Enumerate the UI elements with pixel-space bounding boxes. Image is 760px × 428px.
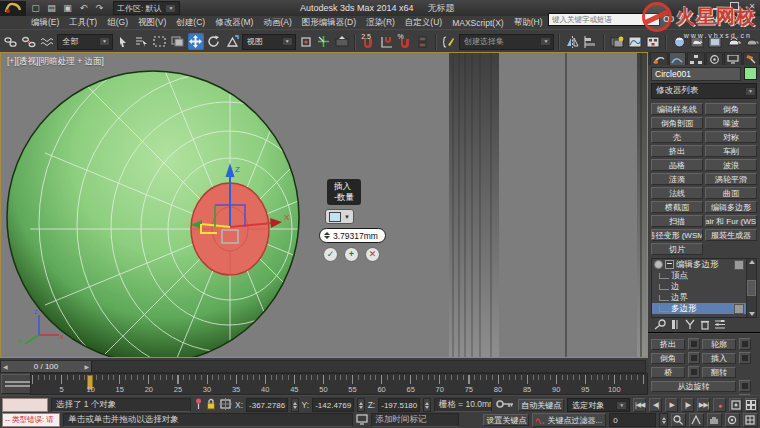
schematic-view-icon[interactable]: [645, 33, 661, 50]
modifier-button[interactable]: 编辑样条线: [651, 103, 703, 115]
scroll-down-icon[interactable]: [749, 312, 755, 316]
next-frame-icon[interactable]: ▶: [84, 363, 89, 370]
set-key-button[interactable]: 设置关键点: [483, 414, 529, 426]
named-selection-sets-dropdown[interactable]: 创建选择集▼: [459, 34, 554, 50]
favorites-star-icon[interactable]: ★: [711, 15, 722, 25]
menu-item[interactable]: 工具(T): [64, 17, 102, 29]
tab-modify-icon[interactable]: [669, 52, 687, 65]
render-iterative-icon[interactable]: [744, 33, 760, 50]
new-file-icon[interactable]: ▢: [29, 3, 42, 14]
modifier-list-dropdown[interactable]: 修改器列表 ▼: [651, 83, 757, 99]
zoom-icon[interactable]: [671, 413, 686, 427]
stack-subobject-row[interactable]: 边: [652, 281, 746, 292]
go-to-end-button[interactable]: ▶▶|: [697, 398, 710, 412]
remove-modifier-icon[interactable]: [700, 319, 710, 332]
menu-item[interactable]: 修改器(M): [210, 17, 258, 29]
edit-poly-button[interactable]: 轮廓: [702, 339, 736, 350]
menu-item[interactable]: 帮助(H): [509, 17, 548, 29]
auto-key-button[interactable]: 自动关键点: [518, 399, 564, 411]
tab-display-icon[interactable]: [724, 52, 742, 65]
modifier-button[interactable]: 编辑多边形: [705, 201, 757, 213]
modifier-button[interactable]: 波浪: [705, 159, 757, 171]
make-unique-icon[interactable]: [684, 319, 696, 332]
key-mode-dropdown[interactable]: 选定对象▼: [567, 398, 630, 412]
play-button[interactable]: ▶: [665, 398, 678, 412]
cursor-icon[interactable]: [695, 14, 706, 26]
settings-box-button[interactable]: [688, 352, 700, 364]
layer-manager-icon[interactable]: [609, 33, 625, 50]
spinner-snap-toggle-icon[interactable]: [415, 33, 431, 50]
menu-item[interactable]: 动画(A): [258, 17, 296, 29]
rectangular-selection-region-icon[interactable]: [151, 33, 167, 50]
window-crossing-toggle-icon[interactable]: [169, 33, 185, 50]
communicate-icon[interactable]: [356, 414, 368, 427]
material-editor-icon[interactable]: [671, 33, 687, 50]
help-icon[interactable]: ?: [727, 15, 738, 26]
unlink-selection-icon[interactable]: [21, 33, 37, 50]
current-frame-field[interactable]: 0: [609, 413, 656, 427]
modifier-button[interactable]: 扫描: [651, 215, 703, 227]
zoom-extents-all-icon[interactable]: [745, 398, 758, 412]
search-input[interactable]: [548, 13, 660, 26]
stack-scrollbar[interactable]: [746, 259, 756, 317]
use-pivot-center-icon[interactable]: [298, 33, 314, 50]
edit-poly-button[interactable]: 倒角: [651, 353, 685, 364]
selection-filter-dropdown[interactable]: 全部▼: [57, 34, 113, 50]
modifier-button[interactable]: 挤出: [651, 145, 703, 157]
edit-poly-button[interactable]: 桥: [651, 367, 685, 378]
macro-recorder-pane[interactable]: [2, 398, 48, 412]
modifier-button[interactable]: 倒角剖面: [651, 117, 703, 129]
settings-box-button[interactable]: [688, 366, 700, 378]
render-setup-icon[interactable]: [689, 33, 705, 50]
collapse-icon[interactable]: [665, 260, 674, 269]
modifier-button[interactable]: 切片: [651, 243, 703, 255]
snap-toggle-2.5d-icon[interactable]: 2.5: [360, 33, 376, 50]
angle-snap-toggle-icon[interactable]: [378, 33, 394, 50]
modifier-button[interactable]: 服装生成器: [705, 229, 757, 241]
insert-amount-field[interactable]: 3.79317mm: [319, 228, 386, 243]
menu-item[interactable]: 组(G): [102, 17, 133, 29]
redo-icon[interactable]: ↷: [93, 3, 106, 14]
bind-to-space-warp-icon[interactable]: [39, 33, 55, 50]
object-color-swatch[interactable]: [744, 67, 757, 80]
maximize-viewport-toggle-icon[interactable]: [743, 413, 758, 427]
z-coord-field[interactable]: -197.5180: [378, 398, 420, 412]
add-time-tag[interactable]: 添加时间标记: [371, 413, 459, 427]
go-to-start-button[interactable]: |◀◀: [633, 398, 646, 412]
scroll-up-icon[interactable]: [749, 260, 755, 264]
select-object-icon[interactable]: [115, 33, 131, 50]
stack-subobject-row[interactable]: 多边形: [652, 303, 746, 314]
modifier-button[interactable]: 车削: [705, 145, 757, 157]
amount-spinner[interactable]: [324, 232, 330, 239]
reference-coordinate-system-dropdown[interactable]: 视图▼: [242, 34, 296, 50]
pin-stack-icon[interactable]: [654, 319, 666, 332]
stack-root-row[interactable]: 编辑多边形: [652, 259, 746, 270]
minimize-button[interactable]: [710, 1, 722, 11]
previous-frame-button[interactable]: ◀|: [649, 398, 662, 412]
field-of-view-icon[interactable]: [689, 413, 704, 427]
frame-spinner[interactable]: [659, 413, 668, 427]
y-spinner[interactable]: [357, 398, 364, 412]
modifier-button[interactable]: 法线: [651, 187, 703, 199]
wrench-icon[interactable]: [679, 14, 690, 26]
light-bulb-icon[interactable]: [654, 260, 663, 269]
cancel-button[interactable]: ✕: [365, 247, 380, 262]
maxscript-mini-listener[interactable]: -- 类型错误: 请: [2, 413, 60, 427]
open-file-icon[interactable]: ▤: [45, 3, 58, 14]
modifier-button[interactable]: 路径变形 (WSM): [651, 229, 703, 241]
save-file-icon[interactable]: ▣: [61, 3, 74, 14]
restore-button[interactable]: [728, 1, 740, 11]
search-icon[interactable]: [663, 15, 674, 26]
modifier-button[interactable]: 涟漪: [651, 173, 703, 185]
modifier-button[interactable]: 曲面: [705, 187, 757, 199]
z-spinner[interactable]: [423, 398, 430, 412]
select-and-move-icon[interactable]: [188, 33, 204, 50]
modifier-button[interactable]: 倒角: [705, 103, 757, 115]
rendered-frame-window-icon[interactable]: [707, 33, 723, 50]
object-name-field[interactable]: Circle001: [651, 67, 741, 81]
settings-box-button[interactable]: [688, 338, 700, 350]
select-and-manipulate-icon[interactable]: [316, 33, 332, 50]
track-bar[interactable]: 5101520253035404550556065707580859095100: [30, 373, 648, 395]
viewport-label[interactable]: [+][透视][明暗处理 + 边面]: [7, 56, 104, 68]
modifier-button[interactable]: 横截面: [651, 201, 703, 213]
